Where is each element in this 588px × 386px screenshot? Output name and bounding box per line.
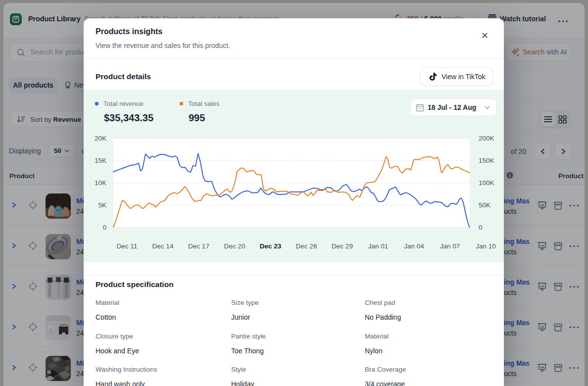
spec-value: 3/4 coverage — [365, 380, 405, 386]
spec-label: Washing Instructions — [96, 366, 157, 373]
svg-text:20K: 20K — [95, 135, 106, 142]
legend-label-revenue: Total revenue — [103, 100, 144, 107]
screen: Product Library Search millions of TikTo… — [0, 0, 588, 386]
svg-text:0: 0 — [102, 224, 106, 231]
date-range-picker[interactable]: 18 Jul - 12 Aug — [410, 98, 497, 116]
svg-text:Dec 17: Dec 17 — [188, 242, 209, 250]
legend-label-sales: Total sales — [188, 100, 220, 107]
svg-text:15K: 15K — [95, 157, 106, 164]
spec-value: Cotton — [96, 313, 116, 321]
svg-text:Jan 04: Jan 04 — [404, 242, 424, 250]
legend-swatch-revenue — [95, 102, 98, 105]
svg-text:100K: 100K — [479, 179, 494, 187]
total-revenue-value: $35,343.35 — [104, 112, 153, 124]
total-sales-value: 995 — [189, 112, 205, 124]
modal-header-divider — [84, 58, 504, 59]
spec-label: Bra Coverage — [365, 366, 406, 373]
svg-text:Dec 11: Dec 11 — [117, 242, 138, 250]
close-button[interactable] — [477, 27, 492, 43]
spec-label: Chest pad — [365, 299, 395, 306]
legend-swatch-sales — [180, 102, 183, 105]
svg-text:Dec 20: Dec 20 — [224, 242, 245, 250]
spec-label: Size type — [231, 299, 259, 306]
view-in-tiktok-button[interactable]: View in TikTok — [420, 67, 493, 86]
svg-text:Jan 07: Jan 07 — [440, 242, 460, 250]
svg-text:Dec 23: Dec 23 — [260, 242, 282, 250]
modal-title: Products insights — [96, 27, 162, 36]
spec-value: Hook and Eye — [96, 347, 139, 355]
svg-text:Dec 26: Dec 26 — [296, 242, 317, 250]
spec-label: Material — [96, 299, 119, 306]
svg-text:150K: 150K — [479, 157, 494, 164]
modal-section-divider — [84, 275, 504, 276]
view-in-tiktok-label: View in TikTok — [441, 73, 485, 81]
product-details-heading: Product details — [96, 72, 151, 81]
products-insights-modal: Products insights View the revenue and s… — [84, 18, 504, 386]
svg-text:200K: 200K — [479, 135, 494, 142]
tiktok-icon — [429, 72, 437, 81]
svg-text:0: 0 — [479, 224, 483, 231]
spec-value: Toe Thong — [231, 347, 264, 355]
close-icon — [482, 33, 488, 38]
svg-text:Dec 29: Dec 29 — [332, 242, 353, 250]
spec-value: Hand wash only — [96, 380, 145, 386]
spec-value: Holiday — [231, 380, 254, 386]
svg-text:Jan 10: Jan 10 — [476, 242, 496, 250]
svg-text:50K: 50K — [479, 201, 490, 209]
svg-text:Dec 14: Dec 14 — [152, 242, 174, 250]
chevron-down-icon — [485, 106, 490, 109]
modal-subtitle: View the revenue and sales for this prod… — [96, 42, 230, 49]
spec-value: Nylon — [365, 347, 383, 355]
date-range-value: 18 Jul - 12 Aug — [428, 103, 476, 111]
spec-value: No Padding — [365, 313, 401, 321]
spec-label: Pantie style — [231, 333, 266, 340]
svg-text:5K: 5K — [98, 201, 106, 209]
svg-text:10K: 10K — [95, 179, 106, 187]
spec-label: Material — [365, 333, 389, 340]
spec-label: Closure type — [96, 333, 133, 340]
svg-text:Jan 01: Jan 01 — [368, 242, 389, 250]
product-specification-heading: Product specification — [96, 280, 174, 289]
spec-value: Junior — [231, 313, 250, 321]
calendar-icon — [416, 103, 424, 112]
spec-label: Style — [231, 366, 246, 373]
